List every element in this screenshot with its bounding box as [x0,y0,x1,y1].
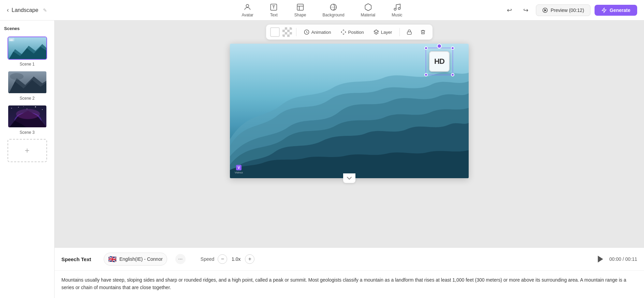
layer-button[interactable]: Layer [370,28,396,37]
music-icon [393,3,401,11]
toolbar-right: ↩ ↪ Preview (00:12) Generate [503,4,637,16]
tool-text[interactable]: Text [262,0,286,20]
speed-decrease-button[interactable]: − [218,254,227,264]
add-icon: + [25,146,29,155]
text-icon [270,3,278,11]
add-scene-item[interactable]: + [4,139,50,162]
lock-button[interactable] [404,27,415,38]
tool-avatar[interactable]: Avatar [233,0,261,20]
hd-badge-container[interactable]: HD [429,51,450,72]
speed-label: Speed [201,256,214,262]
time-display: 00:00 / 00:11 [609,256,637,262]
tool-music[interactable]: Music [383,0,410,20]
scene-thumb-3[interactable] [8,105,47,128]
scene-1-preview: HD [8,37,47,60]
scene-3-preview [8,105,47,128]
svg-marker-10 [545,9,546,11]
avatar-icon [244,3,252,11]
scene-thumb-2[interactable] [8,71,47,94]
handle-br[interactable] [451,73,454,76]
language-selector[interactable]: 🇬🇧 English(IE) - Connor [104,253,167,266]
scene-3-label: Scene 3 [19,130,34,135]
svg-point-0 [246,4,249,7]
add-scene-button[interactable]: + [8,139,47,162]
handle-bl[interactable] [424,73,428,76]
delete-button[interactable] [418,27,428,38]
undo-button[interactable]: ↩ [503,4,515,16]
more-options-button[interactable]: ··· [175,254,186,264]
vidnoz-watermark: V Vidnoz [235,165,243,174]
layer-icon [374,29,379,35]
position-button[interactable]: Position [337,28,367,37]
scene-canvas: V Vidnoz HD [230,44,469,178]
svg-point-21 [11,108,12,109]
speech-text-area[interactable]: Mountains usually have steep, sloping si… [55,271,644,298]
checker-button[interactable] [282,27,292,37]
speech-header: Speech Text 🇬🇧 English(IE) - Connor ··· … [55,248,644,271]
svg-point-7 [394,8,396,10]
top-bar: ‹ Landscape ✎ Avatar Text Shape [0,0,644,20]
preview-button[interactable]: Preview (00:12) [536,4,590,16]
svg-rect-2 [297,4,303,10]
speed-increase-button[interactable]: + [245,254,254,264]
scene-canvas-wrap: V Vidnoz HD [230,44,469,178]
scene-item-3[interactable]: Scene 3 [4,105,50,135]
scene-2-label: Scene 2 [19,96,34,101]
project-title: Landscape [12,7,38,13]
svg-marker-35 [598,256,603,262]
back-icon: ‹ [7,6,9,14]
hd-badge[interactable]: HD [429,51,450,72]
generate-icon [601,8,607,13]
tool-material[interactable]: Material [353,0,384,20]
scene-thumb-1[interactable]: HD [8,37,47,60]
canvas-toolbar: Animation Position Layer [266,25,433,40]
handle-tr[interactable] [451,46,454,50]
language-text: English(IE) - Connor [119,256,163,262]
svg-point-24 [35,107,36,108]
scene-2-preview [8,71,47,94]
edit-icon[interactable]: ✎ [43,8,47,13]
svg-point-26 [23,106,24,107]
svg-marker-32 [374,30,378,33]
speed-value: 1.0x [230,256,242,262]
background-icon [330,3,338,11]
svg-text:HD: HD [10,39,13,41]
material-icon [364,3,372,11]
svg-point-25 [42,109,43,110]
generate-button[interactable]: Generate [595,5,637,16]
collapse-button[interactable] [343,173,355,183]
redo-button[interactable]: ↪ [519,4,532,16]
svg-point-30 [16,109,40,119]
scene-item-2[interactable]: Scene 2 [4,71,50,101]
divider-2 [399,28,400,36]
vidnoz-text: Vidnoz [235,171,243,174]
back-button[interactable]: ‹ Landscape ✎ [7,6,47,14]
nav-tools: Avatar Text Shape Background [233,0,410,20]
flag-icon: 🇬🇧 [108,255,117,263]
animation-icon [304,29,309,35]
shape-icon [296,3,304,11]
animation-button[interactable]: Animation [301,28,335,37]
color-swatch[interactable] [270,27,280,37]
speed-controls: − 1.0x + [218,254,254,264]
scenes-label: Scenes [4,26,50,31]
scene-item-1[interactable]: HD Scene 1 [4,37,50,67]
scene-1-label: Scene 1 [19,62,34,67]
play-button[interactable] [595,254,606,265]
speech-panel: Speech Text 🇬🇧 English(IE) - Connor ··· … [55,247,644,298]
speed-section: Speed − 1.0x + [201,254,254,264]
tool-shape[interactable]: Shape [286,0,314,20]
delete-icon [420,29,426,35]
vidnoz-logo: V [236,165,241,170]
play-section: 00:00 / 00:11 [595,254,637,265]
tool-background[interactable]: Background [314,0,353,20]
svg-rect-33 [407,32,411,34]
svg-point-8 [398,8,400,10]
handle-tl[interactable] [424,46,428,50]
lock-icon [407,29,412,35]
preview-play-icon [542,8,548,13]
chevron-down-icon [347,176,352,180]
play-icon [597,255,604,263]
divider-1 [296,28,296,36]
rotate-handle[interactable] [437,44,442,48]
